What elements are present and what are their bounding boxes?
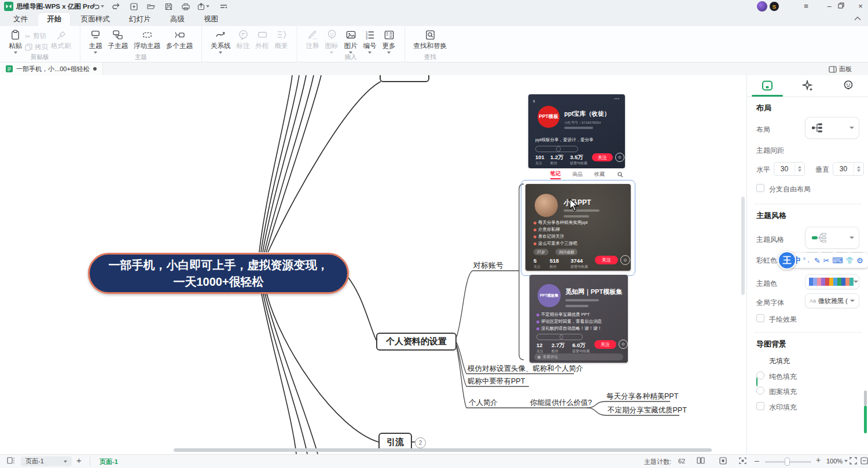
stepper-arrows[interactable]: [854, 163, 863, 175]
card1-tab-fav[interactable]: 收藏: [594, 171, 605, 178]
copy-button[interactable]: 拷贝: [25, 43, 48, 51]
ime-toolbar[interactable]: 中 °， ✎ ✂ ⌨ 👕 ⚙: [788, 253, 868, 268]
vip-badge[interactable]: S: [770, 2, 779, 11]
window-menu-button[interactable]: ≡: [797, 0, 815, 13]
bg-pattern-radio[interactable]: [756, 386, 764, 395]
customize-toolbar-button[interactable]: [217, 1, 230, 12]
close-button[interactable]: ×: [852, 0, 868, 13]
center-topic-icon[interactable]: [736, 457, 749, 465]
more-button[interactable]: 更多: [380, 28, 399, 56]
ime-keyboard-icon[interactable]: ⌨: [832, 256, 843, 265]
free-branch-checkbox[interactable]: [756, 184, 764, 192]
card1-search-icon[interactable]: [617, 172, 623, 178]
label-value-answer2[interactable]: 不定期分享宝藏优质PPT: [608, 406, 687, 415]
tab-file[interactable]: 文件: [5, 13, 36, 26]
tab-slides[interactable]: 幻灯片: [120, 13, 160, 26]
spread-view-icon[interactable]: [694, 457, 707, 464]
add-page-button[interactable]: +: [76, 455, 82, 465]
tab-advanced[interactable]: 高级: [161, 13, 193, 26]
user-avatar[interactable]: [757, 1, 767, 12]
zoom-in-button[interactable]: +: [816, 455, 821, 465]
tab-home[interactable]: 开始: [38, 13, 70, 26]
zoom-out-button[interactable]: –: [755, 456, 759, 465]
zoom-level-dropdown[interactable]: 100%: [826, 458, 848, 465]
collapse-statusbar-icon[interactable]: [858, 457, 868, 465]
label-value-answer1[interactable]: 每天分享各种精美PPT: [606, 392, 678, 401]
vertical-spacing-stepper[interactable]: 30: [833, 162, 864, 176]
vertical-scrollbar[interactable]: [741, 197, 745, 295]
redo-button[interactable]: [110, 1, 123, 12]
paste-button[interactable]: 粘贴: [6, 28, 25, 56]
minimize-button[interactable]: –: [821, 0, 838, 13]
summary-button[interactable]: 概要: [272, 28, 291, 52]
collapse-ribbon-icon[interactable]: [854, 16, 861, 21]
undo-button[interactable]: [91, 1, 104, 12]
collapsed-branch-badge[interactable]: 2: [415, 437, 426, 448]
card3-comment-bar[interactable]: 查看评论: [534, 353, 623, 360]
ime-clip-icon[interactable]: ✂: [823, 256, 829, 265]
panel-tab-ai[interactable]: [788, 75, 828, 96]
horizontal-scrollbar[interactable]: [174, 448, 712, 452]
ime-logo[interactable]: 王: [778, 251, 796, 270]
theme-color-dropdown[interactable]: [805, 274, 859, 289]
find-replace-button[interactable]: 查找和替换: [411, 28, 450, 52]
icon-button[interactable]: 图标: [322, 28, 341, 56]
card1-message-icon[interactable]: ⊙: [615, 153, 624, 162]
ime-settings-icon[interactable]: ⚙: [856, 256, 863, 265]
ime-punctuation-toggle[interactable]: °，: [803, 256, 811, 264]
card2-follow-button[interactable]: 关注: [595, 256, 618, 264]
active-page-tab[interactable]: 页面-1: [100, 458, 118, 466]
label-benchmark-accounts[interactable]: 对标账号: [473, 260, 503, 271]
new-file-button[interactable]: [127, 1, 140, 12]
tab-page-style[interactable]: 页面样式: [72, 13, 119, 26]
label-imitate[interactable]: 模仿对标设置头像、昵称和个人简介: [468, 364, 583, 374]
save-button[interactable]: [162, 1, 175, 12]
panel-scrollbar-track[interactable]: [864, 390, 867, 406]
global-font-dropdown[interactable]: Aa 微软雅黑 (大): [805, 293, 859, 308]
label-value-question[interactable]: 你能提供什么价值?: [530, 398, 592, 408]
profile-card-pptbaoku[interactable]: ‹ ⋯ PPT模板 ppt宝库（收徒） 小红书号：6716078354 ppt模…: [528, 94, 625, 168]
clipped-top-node[interactable]: [380, 75, 429, 82]
tab-view[interactable]: 视图: [195, 13, 227, 26]
format-painter-button[interactable]: 格式刷: [48, 28, 74, 52]
cut-button[interactable]: ✂ 剪切: [25, 32, 48, 40]
sketch-effect-checkbox[interactable]: [756, 314, 764, 322]
card3-message-icon[interactable]: ⊙: [619, 340, 628, 349]
label-nickname[interactable]: 昵称中要带有PPT: [468, 377, 525, 386]
node-profile-settings[interactable]: 个人资料的设置: [376, 333, 457, 351]
open-file-button[interactable]: [145, 1, 157, 12]
document-tab[interactable]: 一部手机，小...00+很轻松: [0, 62, 103, 75]
numbering-button[interactable]: 123 编号: [361, 28, 380, 56]
more-menu-icon[interactable]: ⋯: [614, 95, 620, 102]
layout-dropdown[interactable]: [805, 117, 859, 139]
picture-button[interactable]: 图片: [341, 28, 361, 56]
fit-window-icon[interactable]: [716, 457, 729, 465]
profile-card-xiaoma[interactable]: 小马PPT 每天分享各种精美实用ppt 介意你私聊 喜欢记得关注 这么可爱来个三…: [525, 184, 631, 271]
page-selector[interactable]: 页面-1: [21, 456, 72, 466]
ime-handwriting-icon[interactable]: ✎: [814, 256, 821, 265]
print-button[interactable]: [179, 1, 192, 12]
card2-message-icon[interactable]: ⊙: [620, 255, 630, 265]
boundary-button[interactable]: 外框: [253, 28, 272, 52]
mindmap-canvas[interactable]: 一部手机，小白即可上手，虚拟资源变现，一天1000+很轻松 个人资料的设置 引流…: [0, 75, 746, 454]
page-view-icon[interactable]: [5, 457, 17, 464]
card1-follow-button[interactable]: 关注: [592, 153, 613, 161]
bg-watermark-checkbox[interactable]: [756, 402, 764, 410]
multiple-topics-button[interactable]: 多个主题: [163, 28, 196, 52]
profile-card-mizhiwang[interactable]: PPT模板集 觅知网｜PPT模板集 不定期分享宝藏优质 PPT 评论区定时回复，…: [529, 275, 628, 363]
comment-button[interactable]: 注释: [303, 28, 322, 52]
panel-tab-style[interactable]: [747, 75, 788, 96]
subtopic-button[interactable]: 子主题: [105, 28, 131, 52]
stepper-arrows[interactable]: [795, 163, 804, 175]
floating-topic-button[interactable]: 浮动主题: [131, 28, 163, 52]
card1-tab-goods[interactable]: 商品: [572, 171, 583, 178]
label-intro[interactable]: 个人简介: [469, 398, 498, 408]
share-button[interactable]: [197, 1, 209, 12]
root-topic[interactable]: 一部手机，小白即可上手，虚拟资源变现，一天1000+很轻松: [88, 253, 349, 294]
bg-solid-radio[interactable]: [756, 371, 764, 379]
back-icon[interactable]: ‹: [533, 97, 535, 104]
theme-style-dropdown[interactable]: [805, 227, 859, 249]
ime-skin-icon[interactable]: 👕: [846, 257, 854, 264]
zoom-slider-thumb[interactable]: [785, 458, 790, 466]
panel-toggle-button[interactable]: 面板: [829, 65, 852, 73]
